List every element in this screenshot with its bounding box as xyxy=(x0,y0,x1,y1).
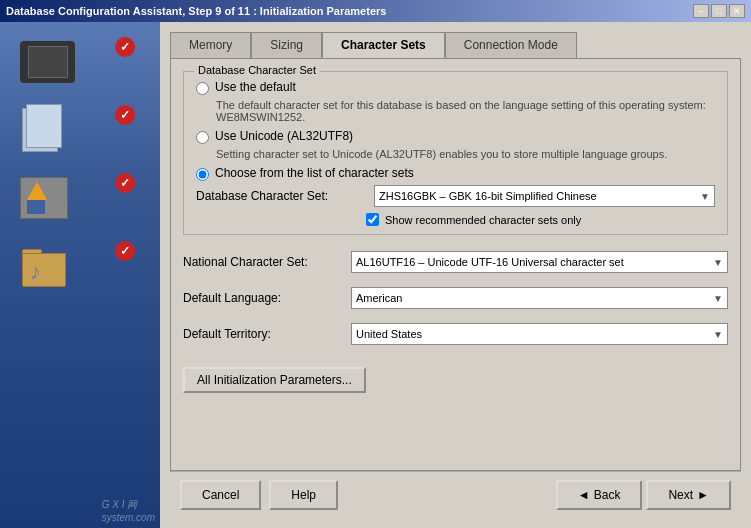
music-note-icon: ♪ xyxy=(30,259,41,285)
checkmark-1: ✓ xyxy=(115,37,135,57)
maximize-button[interactable]: □ xyxy=(711,4,727,18)
radio-unicode[interactable] xyxy=(196,131,209,144)
bottom-buttons: All Initialization Parameters... xyxy=(183,359,728,393)
default-language-value: American xyxy=(356,292,402,304)
national-dropdown-arrow-icon: ▼ xyxy=(713,257,723,268)
tab-connection-mode[interactable]: Connection Mode xyxy=(445,32,577,58)
close-button[interactable]: ✕ xyxy=(729,4,745,18)
default-language-dropdown[interactable]: American ▼ xyxy=(351,287,728,309)
checkmark-2: ✓ xyxy=(115,105,135,125)
cancel-button[interactable]: Cancel xyxy=(180,480,261,510)
radio-choose-option: Choose from the list of character sets xyxy=(196,166,715,181)
show-recommended-checkbox[interactable] xyxy=(366,213,379,226)
national-charset-dropdown[interactable]: AL16UTF16 – Unicode UTF-16 Universal cha… xyxy=(351,251,728,273)
db-charset-row: Database Character Set: ZHS16GBK – GBK 1… xyxy=(196,185,715,207)
triangle-shape xyxy=(27,182,47,200)
radio-choose[interactable] xyxy=(196,168,209,181)
window-title: Database Configuration Assistant, Step 9… xyxy=(6,5,386,17)
default-territory-dropdown[interactable]: United States ▼ xyxy=(351,323,728,345)
footer-right: ◄ Back Next ► xyxy=(556,480,731,510)
show-recommended-label[interactable]: Show recommended character sets only xyxy=(385,214,581,226)
default-desc: The default character set for this datab… xyxy=(216,99,715,123)
back-label: Back xyxy=(594,488,621,502)
right-panel: Memory Sizing Character Sets Connection … xyxy=(160,22,751,528)
folder-icon: ♪ xyxy=(20,245,68,287)
sidebar-item-4: ♪ ✓ xyxy=(20,236,140,296)
language-dropdown-arrow-icon: ▼ xyxy=(713,293,723,304)
unicode-desc: Setting character set to Unicode (AL32UT… xyxy=(216,148,715,160)
show-recommended-row: Show recommended character sets only xyxy=(366,213,715,226)
next-label: Next xyxy=(668,488,693,502)
territory-dropdown-arrow-icon: ▼ xyxy=(713,329,723,340)
footer-left: Cancel Help xyxy=(180,480,338,510)
national-charset-row: National Character Set: AL16UTF16 – Unic… xyxy=(183,251,728,273)
radio-choose-label[interactable]: Choose from the list of character sets xyxy=(215,166,414,180)
sidebar: ✓ ✓ ✓ ♪ ✓ G X I 网system. xyxy=(0,22,160,528)
back-button[interactable]: ◄ Back xyxy=(556,480,643,510)
default-territory-row: Default Territory: United States ▼ xyxy=(183,323,728,345)
tab-sizing[interactable]: Sizing xyxy=(251,32,322,58)
national-charset-value: AL16UTF16 – Unicode UTF-16 Universal cha… xyxy=(356,256,624,268)
footer: Cancel Help ◄ Back Next ► xyxy=(170,471,741,518)
all-init-params-button[interactable]: All Initialization Parameters... xyxy=(183,367,366,393)
checkmark-3: ✓ xyxy=(115,173,135,193)
db-charset-value: ZHS16GBK – GBK 16-bit Simplified Chinese xyxy=(379,190,597,202)
default-language-label: Default Language: xyxy=(183,291,343,305)
national-charset-label: National Character Set: xyxy=(183,255,343,269)
chip-icon xyxy=(20,41,75,83)
next-button[interactable]: Next ► xyxy=(646,480,731,510)
title-bar: Database Configuration Assistant, Step 9… xyxy=(0,0,751,22)
back-arrow-icon: ◄ xyxy=(578,488,590,502)
sidebar-item-1: ✓ xyxy=(20,32,140,92)
db-charset-label: Database Character Set: xyxy=(196,189,366,203)
db-charset-section: Database Character Set Use the default T… xyxy=(183,71,728,235)
title-bar-controls: − □ ✕ xyxy=(693,4,745,18)
default-language-row: Default Language: American ▼ xyxy=(183,287,728,309)
tab-bar: Memory Sizing Character Sets Connection … xyxy=(170,32,741,58)
folder-back xyxy=(22,253,66,287)
docs-icon xyxy=(20,104,68,156)
default-territory-value: United States xyxy=(356,328,422,340)
radio-default[interactable] xyxy=(196,82,209,95)
sidebar-item-3: ✓ xyxy=(20,168,140,228)
section-title: Database Character Set xyxy=(194,64,320,76)
help-button[interactable]: Help xyxy=(269,480,338,510)
main-content: ✓ ✓ ✓ ♪ ✓ G X I 网system. xyxy=(0,22,751,528)
checkmark-4: ✓ xyxy=(115,241,135,261)
radio-unicode-option: Use Unicode (AL32UTF8) xyxy=(196,129,715,144)
sidebar-item-2: ✓ xyxy=(20,100,140,160)
default-territory-label: Default Territory: xyxy=(183,327,343,341)
radio-default-option: Use the default xyxy=(196,80,715,95)
shapes-icon xyxy=(20,177,68,219)
tab-memory[interactable]: Memory xyxy=(170,32,251,58)
db-charset-dropdown[interactable]: ZHS16GBK – GBK 16-bit Simplified Chinese… xyxy=(374,185,715,207)
radio-unicode-label[interactable]: Use Unicode (AL32UTF8) xyxy=(215,129,353,143)
radio-default-label[interactable]: Use the default xyxy=(215,80,296,94)
tab-character-sets[interactable]: Character Sets xyxy=(322,32,445,58)
dropdown-arrow-icon: ▼ xyxy=(700,191,710,202)
rect-shape xyxy=(27,200,45,214)
watermark: G X I 网system.com xyxy=(102,498,155,523)
page2 xyxy=(26,104,62,148)
next-arrow-icon: ► xyxy=(697,488,709,502)
tab-content: Database Character Set Use the default T… xyxy=(170,58,741,471)
minimize-button[interactable]: − xyxy=(693,4,709,18)
